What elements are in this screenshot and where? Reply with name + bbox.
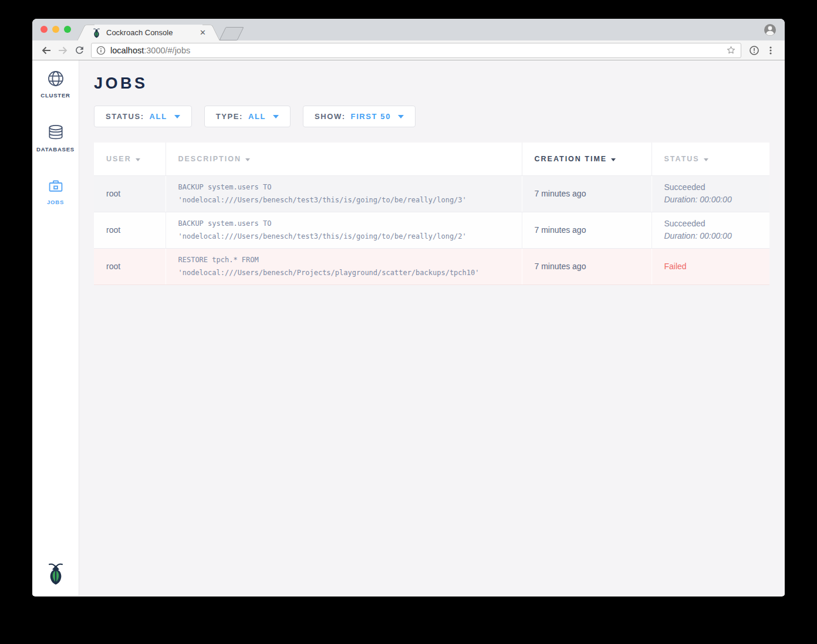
table-row: root BACKUP system.users TO 'nodelocal:/… (94, 175, 769, 212)
url-host: localhost (110, 46, 144, 55)
filter-label: SHOW: (315, 112, 346, 121)
address-bar[interactable]: localhost:3000/#/jobs (91, 43, 741, 58)
chevron-down-icon (273, 115, 279, 118)
status-text: Succeeded (664, 181, 770, 194)
job-creation-time: 7 minutes ago (522, 175, 651, 212)
cockroach-favicon-icon (92, 28, 101, 38)
column-header-user[interactable]: USER (94, 143, 166, 175)
sort-arrow-icon (136, 158, 140, 161)
job-user: root (94, 248, 166, 284)
tab-title: Cockroach Console (106, 28, 198, 37)
reload-button[interactable] (71, 42, 87, 59)
page-info-icon[interactable] (96, 46, 106, 55)
sidebar-item-label: DATABASES (36, 146, 75, 152)
new-tab-button[interactable] (219, 27, 244, 40)
bookmark-star-icon[interactable] (726, 45, 736, 55)
sort-arrow-icon (704, 158, 708, 161)
close-window-button[interactable] (40, 26, 48, 33)
database-icon (46, 123, 65, 142)
profile-avatar-icon[interactable] (763, 23, 777, 37)
page-title: JOBS (94, 74, 769, 93)
browser-tab-strip: Cockroach Console ✕ (32, 19, 785, 40)
chevron-down-icon (398, 115, 404, 118)
window-controls (40, 26, 71, 33)
column-header-creation-time[interactable]: CREATION TIME (522, 143, 651, 175)
job-description: RESTORE tpch.* FROM 'nodelocal:///Users/… (166, 248, 522, 284)
job-duration: Duration: 00:00:00 (664, 194, 770, 206)
status-text: Failed (664, 260, 770, 273)
filter-value: ALL (248, 112, 266, 121)
globe-icon (46, 69, 65, 88)
job-duration: Duration: 00:00:00 (664, 230, 770, 242)
job-user: root (94, 175, 166, 212)
filter-value: FIRST 50 (351, 112, 391, 121)
briefcase-icon (47, 177, 65, 195)
table-row: root BACKUP system.users TO 'nodelocal:/… (94, 212, 769, 248)
job-description: BACKUP system.users TO 'nodelocal:///Use… (166, 212, 522, 248)
filter-label: STATUS: (106, 112, 144, 121)
browser-tab[interactable]: Cockroach Console ✕ (86, 25, 211, 40)
cockroach-logo (32, 561, 79, 585)
job-creation-time: 7 minutes ago (522, 248, 651, 284)
sidebar: CLUSTER DATABASES (32, 60, 79, 596)
job-status: Succeeded Duration: 00:00:00 (651, 212, 769, 248)
chevron-down-icon (174, 115, 180, 118)
column-header-description[interactable]: DESCRIPTION (166, 143, 522, 175)
sidebar-item-databases[interactable]: DATABASES (32, 123, 79, 152)
table-header-row: USER DESCRIPTION CREATION TIME STATUS (94, 143, 769, 175)
table-row: root RESTORE tpch.* FROM 'nodelocal:///U… (94, 248, 769, 284)
job-status: Failed (651, 248, 769, 284)
sidebar-item-cluster[interactable]: CLUSTER (32, 69, 79, 99)
filters-bar: STATUS: ALL TYPE: ALL SHOW: FIRST 50 (94, 106, 769, 127)
job-status: Succeeded Duration: 00:00:00 (651, 175, 769, 212)
browser-window: Cockroach Console ✕ (32, 19, 785, 596)
job-description: BACKUP system.users TO 'nodelocal:///Use… (166, 175, 522, 212)
zoom-window-button[interactable] (64, 26, 71, 33)
url-path: :3000/#/jobs (144, 46, 190, 55)
sort-arrow-icon (245, 158, 250, 161)
filter-value: ALL (150, 112, 167, 121)
status-filter-dropdown[interactable]: STATUS: ALL (94, 106, 192, 127)
back-button[interactable] (38, 42, 55, 59)
sort-arrow-icon (611, 158, 616, 161)
sidebar-item-jobs[interactable]: JOBS (32, 177, 79, 205)
tab-close-icon[interactable]: ✕ (198, 28, 207, 38)
column-header-status[interactable]: STATUS (651, 143, 769, 175)
type-filter-dropdown[interactable]: TYPE: ALL (204, 106, 291, 127)
show-filter-dropdown[interactable]: SHOW: FIRST 50 (303, 106, 416, 127)
status-text: Succeeded (664, 218, 770, 230)
sidebar-item-label: JOBS (47, 199, 64, 205)
sidebar-item-label: CLUSTER (40, 92, 70, 99)
browser-menu-icon[interactable] (762, 42, 779, 59)
url-text: localhost:3000/#/jobs (110, 46, 726, 55)
forward-button[interactable] (55, 42, 71, 59)
job-creation-time: 7 minutes ago (522, 212, 651, 248)
jobs-page: JOBS STATUS: ALL TYPE: ALL SHOW: FIRST 5… (79, 60, 785, 596)
filter-label: TYPE: (216, 112, 243, 121)
extension-alert-icon[interactable] (746, 42, 762, 59)
browser-toolbar: localhost:3000/#/jobs (32, 40, 785, 60)
jobs-table: USER DESCRIPTION CREATION TIME STATUS ro… (94, 143, 769, 285)
job-user: root (94, 212, 166, 248)
minimize-window-button[interactable] (52, 26, 59, 33)
